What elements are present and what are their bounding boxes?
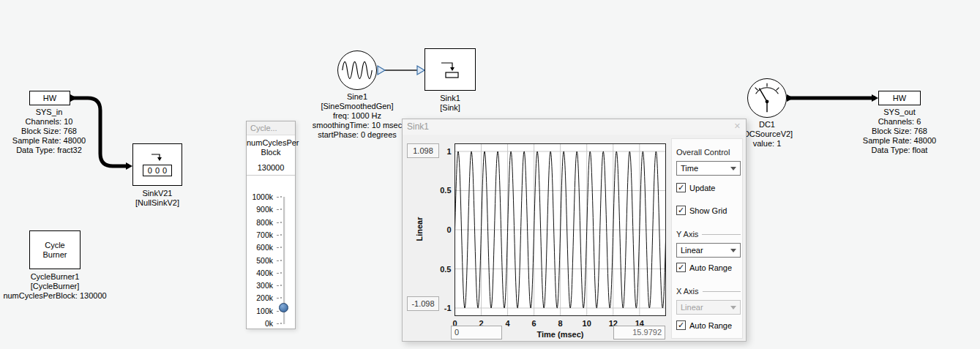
- block-type: [SineSmoothedGen]: [306, 102, 408, 111]
- show-grid-checkbox[interactable]: ✓: [676, 206, 686, 215]
- x-min-input[interactable]: 0: [451, 326, 502, 339]
- slider-tick-label: 0k: [247, 318, 273, 330]
- svg-text:6: 6: [532, 319, 536, 328]
- y-min-value-box[interactable]: -1.098: [407, 296, 439, 311]
- block-sys-out[interactable]: HW: [878, 91, 921, 105]
- slider-scale: 1000k900k800k700k600k500k400k300k200k100…: [247, 191, 295, 327]
- block-type: [CycleBurner]: [0, 282, 110, 291]
- cycleburner-label: Cycle: [45, 241, 65, 250]
- check-icon: ✓: [678, 263, 684, 271]
- dc1-output-port-icon[interactable]: [787, 94, 793, 102]
- slider-handle[interactable]: [279, 303, 288, 312]
- slider-value-display[interactable]: 130000: [247, 163, 295, 172]
- close-icon[interactable]: ✕: [734, 121, 741, 131]
- block-sys-in[interactable]: HW: [29, 91, 70, 105]
- window-titlebar[interactable]: Sink1 ✕: [403, 119, 746, 135]
- slider-tick: 300k: [247, 279, 295, 292]
- slider-tick-label: 300k: [247, 279, 273, 292]
- y-axis-dropdown[interactable]: Linear: [676, 243, 741, 258]
- block-sys-out-title: HW: [893, 94, 906, 102]
- plot-controls-panel: Overall Control Time ✓ Update ✓ Show Gri…: [671, 138, 743, 339]
- block-type: [NullSinkV2]: [121, 198, 194, 208]
- sine1-output-port-icon[interactable]: [378, 66, 385, 75]
- y-auto-range-checkbox-row: ✓ Auto Range: [676, 263, 732, 272]
- divider: [247, 175, 295, 176]
- overall-control-dropdown[interactable]: Time: [676, 161, 741, 176]
- y-max-value-box[interactable]: 1.098: [407, 143, 439, 158]
- chevron-down-icon: [730, 249, 736, 252]
- slider-tick: 1000k: [247, 191, 295, 203]
- svg-text:Time (msec): Time (msec): [537, 330, 584, 339]
- overall-control-label: Overall Control: [676, 148, 730, 157]
- block-prop: smoothingTime: 10 msec: [306, 121, 408, 130]
- block-sinkv21[interactable]: 000: [132, 143, 182, 186]
- block-type: [Sink]: [421, 103, 479, 113]
- x-auto-range-checkbox[interactable]: ✓: [676, 320, 686, 330]
- meter-dial-icon: [748, 78, 786, 118]
- y-auto-range-checkbox[interactable]: ✓: [676, 263, 686, 272]
- y-axis-label: Linear: [415, 192, 424, 266]
- sink1-input-port-icon[interactable]: [417, 66, 424, 75]
- svg-text:8: 8: [558, 319, 563, 328]
- sink-icon: [149, 153, 166, 162]
- block-prop: startPhase: 0 degrees: [306, 130, 408, 140]
- show-grid-checkbox-row: ✓ Show Grid: [676, 206, 727, 215]
- block-prop: freq: 1000 Hz: [306, 111, 408, 121]
- slider-tick: 700k: [247, 229, 295, 241]
- block-name: SYS_in: [5, 108, 93, 117]
- block-prop: Channels: 10: [5, 117, 93, 127]
- chevron-down-icon: [730, 167, 736, 170]
- block-prop: Block Size: 768: [5, 127, 93, 136]
- slider-tick: 200k: [247, 292, 295, 304]
- divider: [703, 291, 741, 292]
- svg-text:-1: -1: [444, 304, 452, 312]
- sink1-plot-window: Sink1 ✕ 1.098 -1.098 Linear 024681012141…: [402, 119, 747, 342]
- update-checkbox[interactable]: ✓: [676, 183, 686, 192]
- slider-tick-label: 700k: [247, 229, 273, 241]
- svg-text:10: 10: [583, 319, 591, 328]
- sink1-labels: Sink1 [Sink]: [421, 94, 479, 113]
- slider-tick-label: 600k: [247, 241, 273, 254]
- block-name: SYS_out: [856, 108, 943, 117]
- slider-tick: 800k: [247, 217, 295, 229]
- waveform-plot: 0246810121410.50-0.5-1Time (msec): [440, 140, 668, 339]
- block-dc1[interactable]: [747, 78, 787, 118]
- inspector-titlebar[interactable]: Cycle...: [247, 121, 295, 135]
- slider-tick-label: 800k: [247, 217, 273, 229]
- svg-text:0.5: 0.5: [440, 186, 451, 195]
- slider-tick: 0k: [247, 318, 295, 330]
- check-icon: ✓: [678, 206, 684, 214]
- x-axis-group-header: X Axis: [676, 287, 741, 296]
- slider-tick-label: 200k: [247, 292, 273, 304]
- update-checkbox-label: Update: [689, 184, 715, 192]
- sys-out-input-port-icon[interactable]: [872, 94, 878, 102]
- sys-out-labels: SYS_out Channels: 6 Block Size: 768 Samp…: [856, 108, 943, 155]
- update-checkbox-row: ✓ Update: [676, 183, 715, 192]
- block-sink1[interactable]: [424, 48, 476, 91]
- divider: [702, 234, 741, 235]
- cycleburner-inspector-panel: Cycle... numCyclesPer Block 130000 1000k…: [246, 121, 296, 329]
- sinkv21-value-display: 000: [143, 165, 172, 176]
- x-auto-range-checkbox-row: ✓ Auto Range: [676, 320, 732, 330]
- block-name: CycleBurner1: [0, 272, 110, 282]
- block-cycleburner[interactable]: Cycle Burner: [29, 230, 81, 269]
- x-axis-dropdown: Linear: [676, 300, 741, 315]
- block-sine1[interactable]: [337, 50, 377, 90]
- svg-text:4: 4: [506, 319, 511, 328]
- sinkv21-labels: SinkV21 [NullSinkV2]: [121, 189, 194, 208]
- check-icon: ✓: [678, 184, 684, 192]
- slider-tick-label: 1000k: [247, 191, 273, 203]
- block-prop: Sample Rate: 48000: [5, 136, 93, 146]
- block-prop: Sample Rate: 48000: [856, 136, 943, 146]
- svg-text:-0.5: -0.5: [440, 265, 452, 274]
- svg-text:0: 0: [446, 225, 451, 234]
- audio-weaver-canvas: HW SYS_in Channels: 10 Block Size: 768 S…: [0, 0, 980, 349]
- chevron-down-icon: [730, 306, 736, 309]
- slider-tick: 400k: [247, 267, 295, 279]
- slider-tick-label: 400k: [247, 267, 273, 279]
- sinkv21-input-port-icon[interactable]: [126, 162, 132, 170]
- slider-tick: 500k: [247, 255, 295, 267]
- sys-in-output-port-icon[interactable]: [70, 94, 77, 102]
- slider-tick-label: 500k: [247, 255, 273, 267]
- x-max-input[interactable]: 15.9792: [613, 326, 665, 339]
